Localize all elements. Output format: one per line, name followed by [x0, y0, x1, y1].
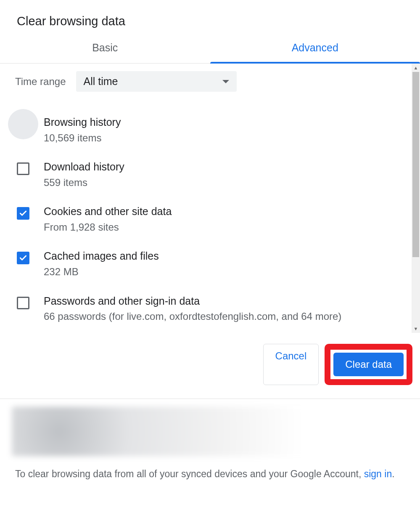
- clear-data-button[interactable]: Clear data: [333, 353, 404, 376]
- time-range-dropdown[interactable]: All time: [76, 71, 237, 92]
- check-icon: [19, 254, 27, 262]
- option-cached[interactable]: Cached images and files 232 MB: [15, 246, 412, 290]
- tab-basic[interactable]: Basic: [0, 34, 210, 63]
- focus-halo: [8, 109, 38, 139]
- separator: [0, 399, 420, 399]
- account-info-blurred: [12, 407, 408, 456]
- annotation-highlight: Clear data: [325, 344, 412, 385]
- dialog-title: Clear browsing data: [0, 0, 420, 34]
- option-title: Passwords and other sign-in data: [44, 294, 341, 308]
- check-icon: [19, 209, 27, 218]
- dialog-button-row: Cancel Clear data: [0, 333, 420, 385]
- option-download-history[interactable]: Download history 559 items: [15, 157, 412, 201]
- option-list: Browsing history 10,569 items Download h…: [15, 112, 412, 333]
- option-title: Cookies and other site data: [44, 205, 172, 219]
- option-title: Download history: [44, 160, 124, 174]
- option-title: Browsing history: [44, 115, 121, 130]
- checkbox-cookies[interactable]: [17, 207, 29, 220]
- option-cookies[interactable]: Cookies and other site data From 1,928 s…: [15, 201, 412, 246]
- checkbox-browsing-history[interactable]: [17, 118, 29, 130]
- tab-advanced[interactable]: Advanced: [210, 34, 420, 63]
- options-scroll-area: Time range All time Browsing history 10,…: [0, 64, 420, 333]
- cancel-button[interactable]: Cancel: [263, 344, 319, 385]
- option-subtitle: 232 MB: [44, 265, 159, 279]
- checkbox-download-history[interactable]: [17, 162, 29, 175]
- option-passwords[interactable]: Passwords and other sign-in data 66 pass…: [15, 291, 412, 333]
- clear-browsing-data-dialog: Clear browsing data Basic Advanced Time …: [0, 0, 420, 505]
- footer-text: To clear browsing data from all of your …: [0, 456, 420, 481]
- option-subtitle: 66 passwords (for live.com, oxfordtestof…: [44, 310, 341, 323]
- option-subtitle: 10,569 items: [44, 131, 121, 145]
- scroll-up-icon[interactable]: ▲: [412, 64, 420, 72]
- time-range-selected: All time: [84, 75, 118, 88]
- option-browsing-history[interactable]: Browsing history 10,569 items: [15, 112, 412, 157]
- time-range-row: Time range All time: [15, 64, 412, 100]
- scroll-thumb[interactable]: [412, 72, 419, 257]
- content-area: Time range All time Browsing history 10,…: [0, 64, 420, 333]
- footer-prefix: To clear browsing data from all of your …: [15, 468, 364, 479]
- scroll-down-icon[interactable]: ▼: [412, 324, 420, 333]
- scrollbar[interactable]: ▲ ▼: [412, 64, 420, 333]
- tab-row: Basic Advanced: [0, 34, 420, 64]
- sign-in-link[interactable]: sign in: [364, 468, 392, 479]
- footer-suffix: .: [392, 468, 394, 479]
- chevron-down-icon: [222, 80, 229, 83]
- option-subtitle: 559 items: [44, 176, 124, 189]
- option-subtitle: From 1,928 sites: [44, 221, 172, 234]
- time-range-label: Time range: [15, 76, 66, 88]
- checkbox-passwords[interactable]: [17, 297, 29, 309]
- checkbox-cached[interactable]: [17, 252, 29, 264]
- option-title: Cached images and files: [44, 249, 159, 263]
